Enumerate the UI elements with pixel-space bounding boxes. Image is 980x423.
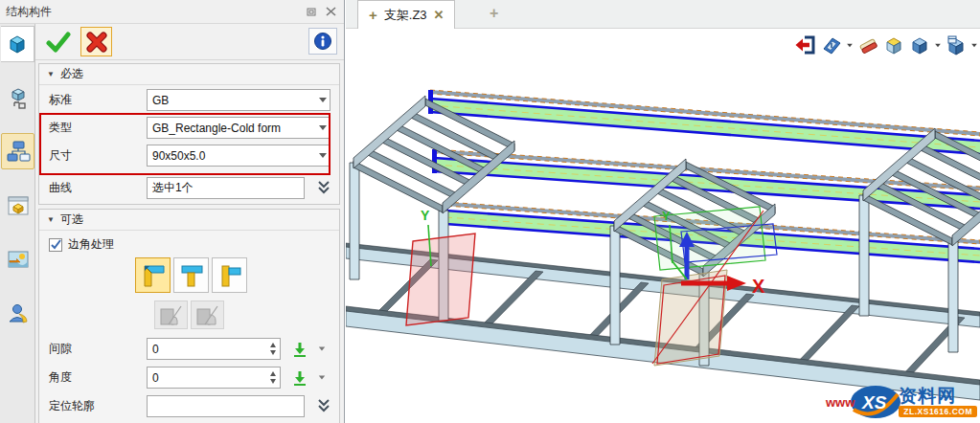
apply-value-icon[interactable]	[290, 338, 309, 360]
spinner-control[interactable]	[265, 339, 280, 359]
corner-treatment-row: 边角处理	[49, 236, 114, 253]
tab-zhijia-z3[interactable]: + 支架.Z3 ✕	[357, 0, 455, 29]
display-mode-icon[interactable]	[945, 33, 968, 56]
collapse-icon: ▼	[47, 215, 55, 224]
gap-input[interactable]: 0	[147, 338, 281, 360]
size-dropdown[interactable]: 90x50x5.0	[147, 145, 330, 167]
curve-input[interactable]: 选中1个	[147, 177, 305, 199]
structural-member-panel: 结构构件	[0, 0, 345, 423]
dropdown-caret-icon[interactable]	[316, 125, 330, 130]
document-tabbar: + 支架.Z3 ✕ +	[346, 0, 980, 29]
corner-weld-round-button	[191, 301, 224, 329]
model-scene[interactable]: X Y Y	[346, 29, 980, 423]
type-dropdown[interactable]: GB_Rectangle-Cold form	[147, 117, 330, 139]
tab-pin-icon: +	[369, 8, 377, 22]
new-tab-button[interactable]: +	[490, 5, 498, 22]
user-icon[interactable]	[1, 295, 34, 331]
axis-y-label: Y	[421, 208, 430, 223]
eraser-icon[interactable]	[856, 33, 879, 56]
angle-input[interactable]: 0	[147, 367, 281, 389]
application-window: 结构构件	[0, 0, 980, 423]
dropdown-caret-icon[interactable]	[316, 98, 330, 102]
command-form: ▼ 必选 标准 GB 类型 GB_Rectangle-Cold form 尺寸	[35, 24, 344, 423]
apply-options-caret-icon[interactable]	[315, 338, 329, 360]
expand-chevron-icon[interactable]	[316, 178, 331, 197]
size-label: 尺寸	[49, 145, 72, 167]
display-options-caret-icon[interactable]	[970, 33, 978, 56]
tab-title: 支架.Z3	[384, 7, 427, 24]
viewport-toolbar	[794, 33, 978, 56]
angle-label: 角度	[49, 367, 72, 389]
datum-wireframe-icon[interactable]	[1, 79, 34, 116]
collapse-icon: ▼	[47, 70, 55, 78]
document-area: + 支架.Z3 ✕ +	[346, 0, 980, 423]
viewport-box-icon[interactable]	[1, 188, 34, 224]
watermark-site-url: ZL.XS1616.COM	[899, 406, 977, 417]
panel-float-icon[interactable]	[304, 5, 319, 18]
axis-x-label: X	[752, 276, 765, 297]
cube-options-caret-icon[interactable]	[934, 33, 942, 56]
optional-section: ▼ 可选 边角处理	[38, 209, 340, 423]
watermark: www XS 资料网 ZL.XS1616.COM	[826, 383, 977, 421]
section-box-icon[interactable]	[882, 33, 905, 56]
type-label: 类型	[49, 117, 72, 139]
panel-title: 结构构件	[6, 4, 300, 20]
locating-profile-label: 定位轮廓	[49, 395, 95, 417]
corner-miter-button[interactable]	[135, 257, 171, 293]
watermark-logo: XS	[850, 383, 901, 421]
3d-viewport[interactable]: X Y Y www XS 资料网	[346, 29, 980, 423]
required-section-header[interactable]: ▼ 必选	[39, 64, 339, 85]
shape-cube-icon[interactable]	[1, 26, 34, 62]
curve-label: 曲线	[49, 177, 72, 199]
panel-close-icon[interactable]	[323, 5, 338, 18]
watermark-site-name: 资料网	[899, 387, 956, 406]
command-toolbar	[35, 24, 344, 60]
corner-treatment-checkbox[interactable]	[49, 238, 62, 252]
panel-body: ▼ 必选 标准 GB 类型 GB_Rectangle-Cold form 尺寸	[0, 24, 344, 423]
render-image-icon[interactable]	[1, 241, 34, 278]
optional-section-header[interactable]: ▼ 可选	[39, 210, 339, 231]
standard-dropdown[interactable]: GB	[147, 89, 330, 111]
exit-environment-icon[interactable]	[794, 33, 817, 56]
corner-butt-horizontal-button[interactable]	[173, 257, 209, 293]
apply-value-icon[interactable]	[290, 367, 309, 389]
manager-tab-strip	[0, 24, 35, 423]
corner-butt-vertical-button[interactable]	[212, 257, 247, 293]
corner-weld-button	[154, 301, 188, 329]
panel-titlebar: 结构构件	[0, 0, 344, 24]
info-button[interactable]	[308, 28, 337, 55]
dropdown-caret-icon[interactable]	[316, 153, 330, 158]
standard-label: 标准	[49, 89, 72, 111]
view-options-caret-icon[interactable]	[846, 33, 854, 56]
spinner-control[interactable]	[265, 367, 280, 388]
tab-close-icon[interactable]: ✕	[434, 9, 444, 21]
locating-profile-input[interactable]	[147, 395, 305, 417]
shaded-cube-icon[interactable]	[908, 33, 931, 56]
assembly-tree-icon[interactable]	[1, 133, 34, 169]
watermark-prefix: www	[826, 395, 855, 410]
cancel-button[interactable]	[80, 27, 112, 56]
axis-y-label: Y	[662, 209, 671, 223]
profile-preview-red	[406, 234, 475, 325]
gap-label: 间隙	[49, 338, 72, 360]
required-section: ▼ 必选 标准 GB 类型 GB_Rectangle-Cold form 尺寸	[38, 63, 340, 205]
view-plane-icon[interactable]	[820, 33, 843, 56]
apply-options-caret-icon[interactable]	[315, 367, 329, 389]
expand-chevron-icon[interactable]	[316, 396, 331, 415]
ok-button[interactable]	[40, 27, 77, 56]
svg-text:XS: XS	[861, 392, 887, 412]
